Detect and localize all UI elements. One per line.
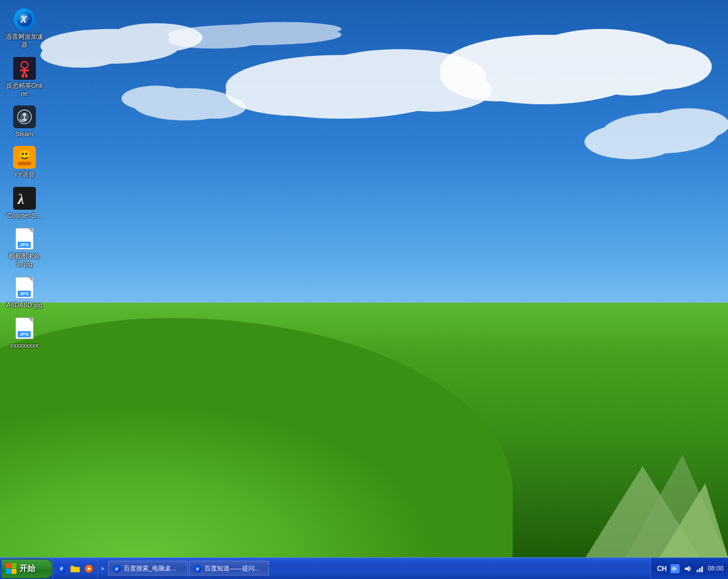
cstrike-online-icon-image xyxy=(13,57,36,80)
jpg2-ext: JPG xyxy=(18,291,30,297)
sound-icon-svg xyxy=(683,564,692,573)
svg-point-39 xyxy=(25,153,27,155)
taskbar-expand-arrow[interactable]: » xyxy=(98,558,107,579)
svg-point-20 xyxy=(182,96,246,119)
baidu-zhidao-label: 百度知道——提问... xyxy=(205,564,260,573)
jpg1-label: 截截图未命名.jpg xyxy=(5,252,43,268)
svg-rect-30 xyxy=(22,74,24,78)
icon-yy[interactable]: YY语音 xyxy=(3,144,46,181)
taskbar: 开始 e » xyxy=(0,557,728,579)
ql-media-icon[interactable] xyxy=(83,562,95,575)
svg-point-10 xyxy=(226,70,365,116)
jpg1-ext: JPG xyxy=(18,242,30,248)
desktop-icons: X 迅雷网游加速器 反恐精英Online xyxy=(3,6,46,352)
svg-text:λ: λ xyxy=(17,191,24,207)
ie-icon-small: e xyxy=(113,565,121,573)
language-indicator[interactable]: CH xyxy=(656,565,668,573)
counter-strike-label: Counter-S... xyxy=(7,211,41,219)
mountains xyxy=(386,398,728,557)
baidu-search-label: 百度搜索_电脑桌... xyxy=(124,564,176,573)
icon-jpg1[interactable]: JPG 截截图未命名.jpg xyxy=(3,225,46,271)
svg-rect-48 xyxy=(697,570,698,572)
icon-xunlei[interactable]: X 迅雷网游加速器 xyxy=(3,6,46,51)
svg-rect-49 xyxy=(699,568,701,572)
svg-rect-50 xyxy=(701,566,703,572)
logo-green xyxy=(11,563,17,568)
folder-icon-svg xyxy=(70,564,80,573)
jpg3-label: xxxxxxxxx xyxy=(10,341,39,349)
yy-label: YY语音 xyxy=(14,170,35,178)
icon-jpg3[interactable]: JPG xxxxxxxxx xyxy=(3,315,46,352)
taskbar-buttons-area: e 百度搜索_电脑桌... e 百度知道——提问... xyxy=(107,558,651,579)
xunlei-label: 迅雷网游加速器 xyxy=(5,32,43,49)
jpg3-icon-image: JPG xyxy=(13,317,36,340)
svg-point-7 xyxy=(40,42,121,68)
ql-folder-icon[interactable] xyxy=(69,562,81,575)
ql-ie-icon[interactable]: e xyxy=(55,562,68,575)
jpg1-icon-graphic: JPG xyxy=(15,228,34,250)
svg-text:中: 中 xyxy=(672,566,677,572)
jpg3-icon-graphic: JPG xyxy=(15,317,34,339)
svg-point-11 xyxy=(376,68,492,112)
svg-point-4 xyxy=(608,43,712,89)
jpg1-icon-image: JPG xyxy=(13,227,36,250)
quick-launch-area: e xyxy=(52,558,98,579)
icon-cstrike-online[interactable]: 反恐精英Online xyxy=(3,55,46,100)
taskbar-btn-baidu-zhidao[interactable]: e 百度知道——提问... xyxy=(189,561,269,577)
ime-icon[interactable]: 中 xyxy=(670,564,680,574)
svg-point-17 xyxy=(584,124,677,159)
xunlei-icon-image: X xyxy=(13,8,36,31)
icon-jpg2[interactable]: JPG ASDASD.jpg xyxy=(3,274,46,311)
svg-text:X: X xyxy=(20,15,27,25)
system-tray: CH 中 xyxy=(651,558,728,579)
baidu-search-icon: e xyxy=(112,564,121,573)
sound-icon[interactable] xyxy=(682,564,693,574)
logo-yellow xyxy=(11,569,17,574)
cstrike-online-label: 反恐精英Online xyxy=(5,81,43,98)
svg-rect-41 xyxy=(13,187,36,210)
svg-rect-29 xyxy=(20,70,29,71)
ime-icon-svg: 中 xyxy=(670,564,680,573)
start-logo xyxy=(5,563,17,574)
jpg2-icon-graphic: JPG xyxy=(15,277,34,299)
jpg2-icon-image: JPG xyxy=(13,276,36,299)
jpg2-label: ASDASD.jpg xyxy=(6,301,42,309)
svg-point-14 xyxy=(168,32,261,48)
svg-rect-40 xyxy=(18,162,31,165)
svg-point-38 xyxy=(22,153,24,155)
baidu-zhidao-icon: e xyxy=(193,564,202,573)
network-icon-svg xyxy=(696,564,705,573)
network-icon[interactable] xyxy=(695,564,705,574)
svg-point-19 xyxy=(121,85,191,111)
windows-logo xyxy=(6,563,17,574)
start-button[interactable]: 开始 xyxy=(1,559,52,578)
svg-rect-31 xyxy=(25,74,27,78)
yy-icon-image xyxy=(13,146,36,169)
logo-blue xyxy=(6,569,11,574)
taskbar-btn-baidu-search[interactable]: e 百度搜索_电脑桌... xyxy=(108,561,188,577)
steam-label: Steam xyxy=(15,130,34,138)
ie-icon-graphic: e xyxy=(57,564,66,573)
expand-chevron: » xyxy=(101,565,104,572)
steam-icon-image xyxy=(13,105,36,128)
svg-point-35 xyxy=(23,113,26,116)
system-clock[interactable]: 08:00 xyxy=(707,564,723,572)
jpg3-ext: JPG xyxy=(18,331,30,337)
svg-marker-47 xyxy=(685,566,689,572)
counter-strike-icon-image: λ xyxy=(13,187,36,210)
desktop: X 迅雷网游加速器 反恐精英Online xyxy=(0,0,728,579)
logo-red xyxy=(6,563,11,568)
svg-point-13 xyxy=(226,22,341,36)
ie-icon-small-2: e xyxy=(194,565,202,573)
start-label: 开始 xyxy=(19,564,35,574)
xunlei-icon-graphic: X xyxy=(14,9,35,30)
media-icon-svg xyxy=(84,564,94,573)
icon-counter-strike[interactable]: λ Counter-S... xyxy=(3,185,46,222)
icon-steam[interactable]: Steam xyxy=(3,103,46,140)
